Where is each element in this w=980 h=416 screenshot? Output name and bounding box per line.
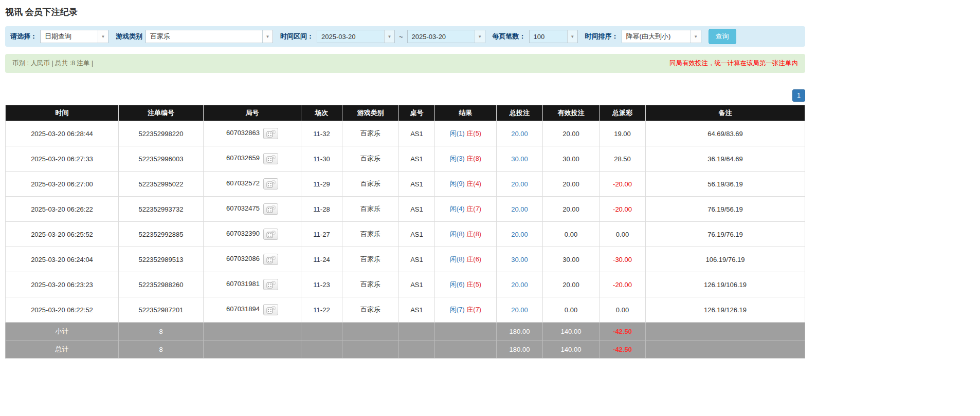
cell-game-type: 百家乐 xyxy=(342,146,399,172)
cell-result: 闲(8) 庄(6) xyxy=(435,247,497,272)
cell-session: 11-29 xyxy=(301,172,342,197)
total-bet-link[interactable]: 30.00 xyxy=(511,256,528,263)
calendar-dropdown-icon: ▼ xyxy=(384,30,394,43)
cell-total-bet: 20.00 xyxy=(497,297,543,323)
cell-game-type: 百家乐 xyxy=(342,197,399,222)
total-count: 8 xyxy=(119,341,204,358)
cell-round: 607032390 xyxy=(204,222,301,247)
cell-round: 607032572 xyxy=(204,172,301,197)
cell-table-no: AS1 xyxy=(399,247,435,272)
cell-payout: -20.00 xyxy=(600,172,646,197)
dice-icon xyxy=(266,256,276,263)
date-to-value: 2025-03-20 xyxy=(408,30,475,43)
cell-payout: 28.50 xyxy=(600,146,646,172)
round-detail-button[interactable] xyxy=(263,304,278,315)
subtotal-note xyxy=(646,323,805,341)
info-bar: 币别 : 人民币 | 总共 :8 注单 | 同局有效投注，统一计算在该局第一张注… xyxy=(5,54,805,73)
cell-round: 607032659 xyxy=(204,146,301,172)
sort-label: 时间排序： xyxy=(585,32,619,41)
cell-session: 11-24 xyxy=(301,247,342,272)
round-detail-button[interactable] xyxy=(263,128,278,139)
cell-payout: 19.00 xyxy=(600,121,646,146)
select-type-label: 请选择： xyxy=(10,32,37,41)
round-number: 607032863 xyxy=(226,129,260,137)
cell-table-no: AS1 xyxy=(399,146,435,172)
cell-result: 闲(3) 庄(8) xyxy=(435,146,497,172)
total-note xyxy=(646,341,805,358)
cell-bet-id: 522352996003 xyxy=(119,146,204,172)
subtotal-total-bet: 180.00 xyxy=(497,323,543,341)
total-bet-link[interactable]: 20.00 xyxy=(511,130,528,138)
dice-icon xyxy=(266,281,276,289)
total-bet-link[interactable]: 20.00 xyxy=(511,306,528,314)
page-size-select[interactable]: 100 ▼ xyxy=(529,30,578,43)
cell-round: 607032086 xyxy=(204,247,301,272)
cell-result: 闲(6) 庄(5) xyxy=(435,272,497,297)
date-to-input[interactable]: 2025-03-20 ▼ xyxy=(407,30,485,43)
cell-total-bet: 20.00 xyxy=(497,272,543,297)
cell-game-type: 百家乐 xyxy=(342,247,399,272)
cell-payout: -20.00 xyxy=(600,197,646,222)
game-type-select[interactable]: 百家乐 ▼ xyxy=(146,30,273,43)
page-button-1[interactable]: 1 xyxy=(792,89,805,102)
cell-time: 2025-03-20 06:22:52 xyxy=(6,297,119,323)
cell-payout: -20.00 xyxy=(600,272,646,297)
total-bet-link[interactable]: 20.00 xyxy=(511,205,528,213)
result-banker: 庄(8) xyxy=(466,155,481,162)
page-size-value: 100 xyxy=(530,30,567,43)
sort-select[interactable]: 降幂(由大到小) ▼ xyxy=(622,30,701,43)
cell-round: 607031894 xyxy=(204,297,301,323)
result-banker: 庄(7) xyxy=(466,306,481,313)
round-detail-button[interactable] xyxy=(263,229,278,240)
round-detail-button[interactable] xyxy=(263,178,278,190)
total-valid-bet: 140.00 xyxy=(543,341,600,358)
date-type-select[interactable]: 日期查询 ▼ xyxy=(40,30,108,43)
table-row: 2025-03-20 06:27:00522352995022607032572… xyxy=(6,172,805,197)
cell-bet-id: 522352993732 xyxy=(119,197,204,222)
cell-bet-id: 522352988260 xyxy=(119,272,204,297)
round-number: 607032659 xyxy=(226,154,260,162)
cell-bet-id: 522352998220 xyxy=(119,121,204,146)
cell-time: 2025-03-20 06:27:33 xyxy=(6,146,119,172)
cell-note: 126.19/106.19 xyxy=(646,272,805,297)
page-title: 视讯 会员下注纪录 xyxy=(5,6,805,18)
round-detail-button[interactable] xyxy=(263,279,278,290)
total-row: 总计 8 180.00 140.00 -42.50 xyxy=(6,341,805,358)
dice-icon xyxy=(266,306,276,314)
notice-text: 同局有效投注，统一计算在该局第一张注单内 xyxy=(669,59,798,68)
cell-game-type: 百家乐 xyxy=(342,172,399,197)
total-payout: -42.50 xyxy=(600,341,646,358)
cell-payout: -30.00 xyxy=(600,247,646,272)
cell-time: 2025-03-20 06:25:52 xyxy=(6,222,119,247)
total-bet-link[interactable]: 30.00 xyxy=(511,155,528,163)
search-button[interactable]: 查询 xyxy=(709,29,736,44)
total-total-bet: 180.00 xyxy=(497,341,543,358)
round-detail-button[interactable] xyxy=(263,153,278,164)
cell-valid-bet: 30.00 xyxy=(543,146,600,172)
total-bet-link[interactable]: 20.00 xyxy=(511,231,528,238)
result-banker: 庄(7) xyxy=(466,205,481,213)
cell-table-no: AS1 xyxy=(399,222,435,247)
cell-table-no: AS1 xyxy=(399,172,435,197)
round-detail-button[interactable] xyxy=(263,203,278,215)
total-bet-link[interactable]: 20.00 xyxy=(511,180,528,188)
cell-session: 11-22 xyxy=(301,297,342,323)
cell-valid-bet: 20.00 xyxy=(543,272,600,297)
cell-note: 126.19/126.19 xyxy=(646,297,805,323)
result-player: 闲(3) xyxy=(450,155,465,162)
cell-session: 11-23 xyxy=(301,272,342,297)
cell-bet-id: 522352992885 xyxy=(119,222,204,247)
page-container: 视讯 会员下注纪录 请选择： 日期查询 ▼ 游戏类别 百家乐 ▼ 时间区间： 2… xyxy=(5,6,805,358)
result-player: 闲(6) xyxy=(450,280,465,288)
cell-payout: 0.00 xyxy=(600,222,646,247)
cell-time: 2025-03-20 06:23:23 xyxy=(6,272,119,297)
header-payout: 总派彩 xyxy=(600,105,646,121)
table-body: 2025-03-20 06:28:44522352998220607032863… xyxy=(6,121,805,323)
round-detail-button[interactable] xyxy=(263,254,278,265)
date-from-input[interactable]: 2025-03-20 ▼ xyxy=(317,30,395,43)
total-bet-link[interactable]: 20.00 xyxy=(511,281,528,289)
header-round: 局号 xyxy=(204,105,301,121)
table-row: 2025-03-20 06:28:44522352998220607032863… xyxy=(6,121,805,146)
cell-note: 106.19/76.19 xyxy=(646,247,805,272)
cell-result: 闲(1) 庄(5) xyxy=(435,121,497,146)
